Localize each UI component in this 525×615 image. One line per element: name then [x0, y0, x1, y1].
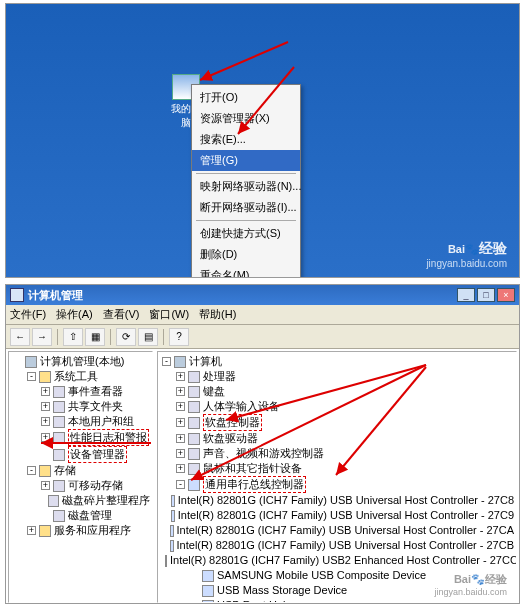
- gear-icon: [188, 463, 200, 475]
- right-pane[interactable]: -计算机+处理器+键盘+人体学输入设备+软盘控制器+软盘驱动器+声音、视频和游戏…: [157, 351, 517, 603]
- menu-item[interactable]: 断开网络驱动器(I)...: [192, 197, 300, 218]
- tree-item[interactable]: +键盘: [162, 384, 514, 399]
- menu-item[interactable]: 窗口(W): [149, 307, 189, 322]
- usb-icon: [171, 510, 175, 522]
- gear-icon: [188, 386, 200, 398]
- gear-icon: [188, 371, 200, 383]
- gear-icon: [53, 386, 65, 398]
- gear-icon: [53, 432, 65, 444]
- tree-item[interactable]: 磁盘管理: [13, 508, 150, 523]
- export-button[interactable]: ▤: [138, 328, 158, 346]
- usb-icon: [202, 600, 214, 604]
- tree-item[interactable]: +处理器: [162, 369, 514, 384]
- gear-icon: [188, 433, 200, 445]
- left-pane[interactable]: 计算机管理(本地)-系统工具+事件查看器+共享文件夹+本地用户和组+性能日志和警…: [8, 351, 153, 603]
- toolbar: ← → ⇧ ▦ ⟳ ▤ ?: [6, 325, 519, 349]
- paw-icon: 🐾: [471, 573, 485, 585]
- menu-item[interactable]: 删除(D): [192, 244, 300, 265]
- gear-icon: [53, 401, 65, 413]
- menu-item[interactable]: 管理(G): [192, 150, 300, 171]
- tree-item[interactable]: 设备管理器: [13, 446, 150, 463]
- tree-item[interactable]: -存储: [13, 463, 150, 478]
- context-menu: 打开(O)资源管理器(X)搜索(E)...管理(G)映射网络驱动器(N)...断…: [191, 84, 301, 278]
- tree-item[interactable]: +性能日志和警报: [13, 429, 150, 446]
- tree-item[interactable]: +软盘驱动器: [162, 431, 514, 446]
- help-button[interactable]: ?: [169, 328, 189, 346]
- folder-icon: [39, 465, 51, 477]
- menu-item[interactable]: 重命名(M): [192, 265, 300, 278]
- menu-item[interactable]: 文件(F): [10, 307, 46, 322]
- paw-icon: 🐾: [465, 243, 479, 255]
- tree-item[interactable]: Intel(R) 82801G (ICH7 Family) USB Univer…: [162, 538, 514, 553]
- tree-item[interactable]: +软盘控制器: [162, 414, 514, 431]
- tree-item[interactable]: -系统工具: [13, 369, 150, 384]
- tree-item[interactable]: +服务和应用程序: [13, 523, 150, 538]
- tree-item[interactable]: +人体学输入设备: [162, 399, 514, 414]
- folder-icon: [39, 525, 51, 537]
- tree-item[interactable]: -通用串行总线控制器: [162, 476, 514, 493]
- watermark-brand: Bai: [448, 243, 465, 255]
- usb-icon: [170, 540, 173, 552]
- watermark-brand2: 经验: [479, 240, 507, 256]
- properties-button[interactable]: ▦: [85, 328, 105, 346]
- menu-item[interactable]: 查看(V): [103, 307, 140, 322]
- gear-icon: [48, 495, 59, 507]
- menu-item[interactable]: 创建快捷方式(S): [192, 223, 300, 244]
- titlebar[interactable]: 计算机管理 _ □ ×: [6, 285, 519, 305]
- up-button[interactable]: ⇧: [63, 328, 83, 346]
- close-button[interactable]: ×: [497, 288, 515, 302]
- menu-item[interactable]: 搜索(E)...: [192, 129, 300, 150]
- tree-item[interactable]: -计算机: [162, 354, 514, 369]
- tree-item[interactable]: 磁盘碎片整理程序: [13, 493, 150, 508]
- mmc-window: 计算机管理 _ □ × 文件(F)操作(A)查看(V)窗口(W)帮助(H) ← …: [5, 284, 520, 604]
- tree-item[interactable]: Intel(R) 82801G (ICH7 Family) USB2 Enhan…: [162, 553, 514, 568]
- tree-item[interactable]: +本地用户和组: [13, 414, 150, 429]
- watermark: Bai🐾经验 jingyan.baidu.com: [426, 237, 507, 269]
- tree-item[interactable]: Intel(R) 82801G (ICH7 Family) USB Univer…: [162, 508, 514, 523]
- menu-item[interactable]: 操作(A): [56, 307, 93, 322]
- comp-icon: [174, 356, 186, 368]
- tree-item[interactable]: +鼠标和其它指针设备: [162, 461, 514, 476]
- tree-item[interactable]: 计算机管理(本地): [13, 354, 150, 369]
- watermark: Bai🐾经验 jingyan.baidu.com: [434, 569, 507, 597]
- tree-item[interactable]: Intel(R) 82801G (ICH7 Family) USB Univer…: [162, 493, 514, 508]
- back-button[interactable]: ←: [10, 328, 30, 346]
- usb-icon: [202, 570, 214, 582]
- tree-item[interactable]: +可移动存储: [13, 478, 150, 493]
- usb-icon: [171, 495, 175, 507]
- gear-icon: [53, 416, 65, 428]
- tree-item[interactable]: Intel(R) 82801G (ICH7 Family) USB Univer…: [162, 523, 514, 538]
- gear-icon: [53, 480, 65, 492]
- menu-item[interactable]: 资源管理器(X): [192, 108, 300, 129]
- app-icon: [10, 288, 24, 302]
- usb-icon: [202, 585, 214, 597]
- comp-icon: [25, 356, 37, 368]
- usb-icon: [170, 525, 173, 537]
- desktop-panel: 我的电脑 打开(O)资源管理器(X)搜索(E)...管理(G)映射网络驱动器(N…: [5, 3, 520, 278]
- maximize-button[interactable]: □: [477, 288, 495, 302]
- folder-icon: [39, 371, 51, 383]
- gear-icon: [53, 510, 65, 522]
- tree-item[interactable]: +事件查看器: [13, 384, 150, 399]
- gear-icon: [188, 401, 200, 413]
- minimize-button[interactable]: _: [457, 288, 475, 302]
- menu-item[interactable]: 打开(O): [192, 87, 300, 108]
- gear-icon: [188, 448, 200, 460]
- forward-button[interactable]: →: [32, 328, 52, 346]
- menubar: 文件(F)操作(A)查看(V)窗口(W)帮助(H): [6, 305, 519, 325]
- gear-icon: [53, 449, 65, 461]
- menu-item[interactable]: 映射网络驱动器(N)...: [192, 176, 300, 197]
- window-title: 计算机管理: [28, 288, 455, 303]
- watermark-url: jingyan.baidu.com: [426, 258, 507, 269]
- tree-item[interactable]: +声音、视频和游戏控制器: [162, 446, 514, 461]
- refresh-button[interactable]: ⟳: [116, 328, 136, 346]
- gear-icon: [188, 417, 200, 429]
- tree-item[interactable]: +共享文件夹: [13, 399, 150, 414]
- usb-icon: [188, 479, 200, 491]
- menu-item[interactable]: 帮助(H): [199, 307, 236, 322]
- tree-item[interactable]: USB Root Hub: [162, 598, 514, 603]
- svg-line-0: [200, 42, 288, 80]
- usb-icon: [165, 555, 167, 567]
